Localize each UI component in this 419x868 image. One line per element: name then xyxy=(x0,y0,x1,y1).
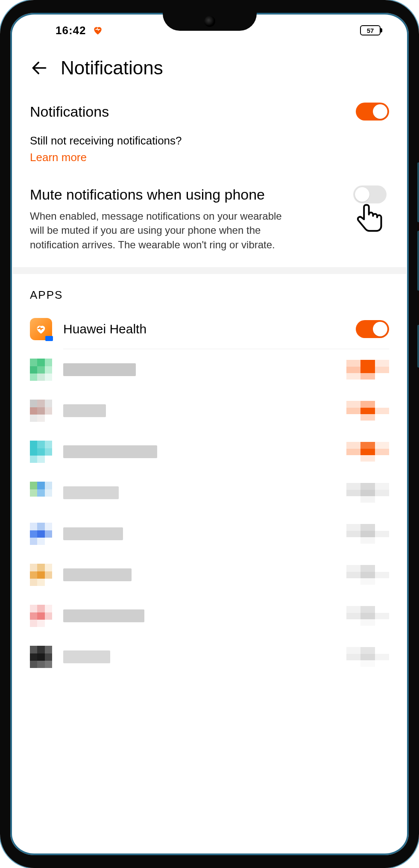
app-name-label: Huawei Health xyxy=(63,322,345,336)
app-row-huawei-health: Huawei Health xyxy=(30,309,389,349)
section-divider xyxy=(13,267,406,274)
apps-section-header: APPS xyxy=(30,274,389,309)
app-row-blurred xyxy=(30,349,389,390)
app-row-blurred xyxy=(30,390,389,431)
page-title: Notifications xyxy=(61,57,163,79)
learn-more-link[interactable]: Learn more xyxy=(30,147,87,179)
phone-notch xyxy=(163,12,257,31)
battery-indicator: 57 xyxy=(360,25,381,35)
page-header: Notifications xyxy=(13,45,406,94)
notifications-toggle[interactable] xyxy=(356,103,389,121)
app-row-blurred xyxy=(30,431,389,472)
notifications-row: Notifications xyxy=(30,94,389,129)
power-button xyxy=(417,325,419,368)
mute-title: Mute notifications when using phone xyxy=(30,185,342,204)
back-icon[interactable] xyxy=(30,59,49,77)
volume-down-button xyxy=(417,231,419,291)
app-row-blurred xyxy=(30,636,389,668)
notifications-helper: Still not receiving notifications? xyxy=(30,129,389,147)
app-toggle-huawei-health[interactable] xyxy=(356,320,389,338)
huawei-health-icon xyxy=(30,318,52,340)
notifications-label: Notifications xyxy=(30,103,109,120)
mute-row: Mute notifications when using phone When… xyxy=(30,179,389,267)
status-time: 16:42 xyxy=(56,24,86,37)
battery-level: 57 xyxy=(367,27,374,34)
volume-up-button xyxy=(417,162,419,222)
mute-description: When enabled, message notifications on y… xyxy=(30,209,295,252)
app-row-blurred xyxy=(30,554,389,595)
pointer-hand-icon xyxy=(352,201,387,244)
app-row-blurred xyxy=(30,595,389,636)
screen: 16:42 57 Notifications Notifications Sti… xyxy=(13,15,406,853)
app-row-blurred xyxy=(30,472,389,513)
health-app-icon xyxy=(92,25,103,36)
app-row-blurred xyxy=(30,513,389,554)
